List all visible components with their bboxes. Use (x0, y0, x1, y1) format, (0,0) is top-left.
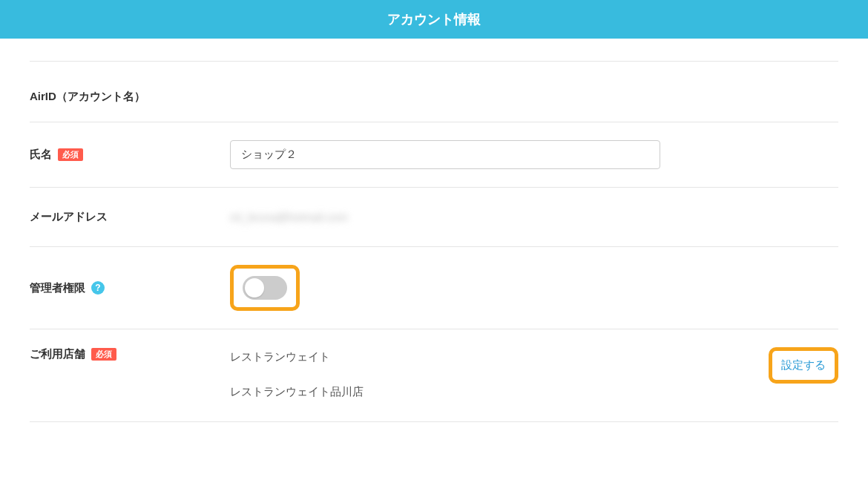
label-airid-text: AirID（アカウント名） (30, 90, 145, 104)
label-stores-text: ご利用店舗 (30, 347, 85, 361)
help-icon[interactable]: ? (91, 281, 105, 295)
row-name: 氏名 必須 (30, 122, 838, 187)
required-badge: 必須 (58, 148, 83, 161)
value-name (230, 140, 838, 169)
configure-stores-button[interactable]: 設定する (781, 358, 826, 372)
label-email-text: メールアドレス (30, 210, 108, 224)
page-header: アカウント情報 (0, 0, 868, 39)
label-stores: ご利用店舗 必須 (30, 347, 230, 361)
name-input[interactable] (230, 140, 660, 169)
store-list: レストランウェイト レストランウェイト品川店 (230, 347, 769, 399)
label-name-text: 氏名 (30, 148, 52, 162)
admin-toggle[interactable] (243, 276, 287, 300)
label-email: メールアドレス (30, 210, 230, 224)
row-email: メールアドレス ml_bruna@hotmail.com (30, 187, 838, 246)
label-admin-text: 管理者権限 (30, 281, 85, 295)
store-config-highlight: 設定する (769, 347, 838, 384)
label-name: 氏名 必須 (30, 148, 230, 162)
label-admin: 管理者権限 ? (30, 281, 230, 295)
store-action: 設定する (769, 347, 838, 384)
toggle-knob (245, 278, 264, 297)
list-item: レストランウェイト品川店 (230, 385, 769, 399)
form-content: AirID（アカウント名） 氏名 必須 メールアドレス ml_bruna@hot… (0, 61, 868, 422)
bottom-divider (30, 421, 838, 422)
list-item: レストランウェイト (230, 350, 769, 364)
row-admin: 管理者権限 ? (30, 246, 838, 329)
required-badge: 必須 (91, 348, 116, 361)
value-email: ml_bruna@hotmail.com (230, 211, 838, 223)
row-stores: ご利用店舗 必須 レストランウェイト レストランウェイト品川店 設定する (30, 329, 838, 407)
value-admin (230, 265, 838, 311)
admin-toggle-highlight (230, 265, 300, 311)
row-airid: AirID（アカウント名） (30, 61, 838, 122)
label-airid: AirID（アカウント名） (30, 90, 230, 104)
page-title: アカウント情報 (387, 12, 481, 27)
email-value: ml_bruna@hotmail.com (230, 211, 348, 223)
